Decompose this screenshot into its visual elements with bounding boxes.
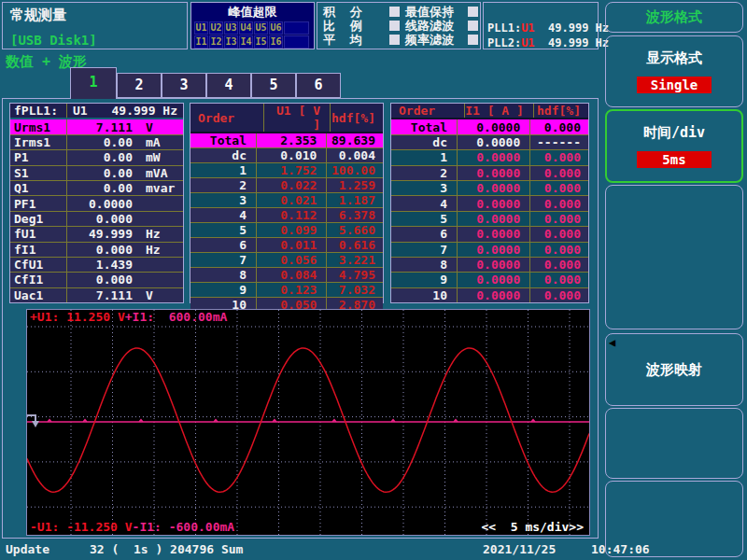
table-row: Q10.00mvar	[10, 181, 183, 196]
tab-6[interactable]: 6	[296, 73, 341, 98]
softkey-显示格式[interactable]: 显示格式Single	[605, 35, 743, 107]
u1-trace	[27, 348, 589, 492]
pll-value: 49.999 Hz	[535, 36, 609, 49]
col-order: Order	[391, 104, 465, 118]
tab-5[interactable]: 5	[251, 73, 296, 98]
pll-box: PLL1:U1 49.999 HzPLL2:U1 49.999 Hz	[483, 2, 599, 49]
toggle-label: 比 例	[323, 19, 362, 33]
peak-cell-u5: U5	[254, 21, 268, 35]
usb-disk-status: [USB Disk1]	[10, 33, 97, 48]
order-cell: 4	[391, 196, 458, 210]
order-cell: 3	[391, 181, 458, 195]
table-row: 60.00000.000	[391, 227, 588, 242]
param-value: 7.111	[67, 120, 136, 134]
param-value: 0.000	[67, 212, 136, 226]
value-cell: 0.0000	[458, 273, 530, 287]
softkey-sidebar: 波形格式 显示格式Single时间/div5ms◀波形映射	[603, 0, 747, 560]
toggle-row: 最值保持	[405, 5, 478, 19]
pll-row-2: PLL2:U1 49.999 Hz	[487, 36, 609, 49]
param-value: 7.111	[67, 288, 136, 302]
order-cell: 1	[190, 163, 257, 177]
param-name: Urms1	[10, 119, 67, 133]
softkey-value-badge: 5ms	[637, 151, 712, 168]
status-bar: Update 32 ( 1s ) 204796 Sum 2021/11/25 1…	[0, 539, 601, 560]
hdf-cell: 4.795	[327, 268, 383, 282]
tab-3[interactable]: 3	[162, 73, 206, 98]
checkbox[interactable]	[468, 7, 478, 17]
checkbox[interactable]	[468, 21, 478, 31]
measure-options-box: 积 分比 例平 均 最值保持线路滤波频率滤波	[317, 2, 481, 49]
param-name: fU1	[10, 227, 67, 241]
param-name: S1	[10, 166, 67, 180]
hdf-cell: 7.032	[327, 283, 383, 297]
hdf-cell: 0.000	[530, 273, 588, 287]
measurement-table: fPLL1:U149.999 HzUrms17.111VIrms10.00mAP…	[9, 103, 184, 303]
fpll-source: U1	[67, 104, 88, 118]
param-unit: V	[136, 288, 183, 302]
table-row: 20.0221.259	[190, 178, 383, 193]
checkbox[interactable]	[389, 7, 400, 17]
param-name: CfI1	[10, 273, 67, 287]
table-row: fI10.000Hz	[10, 243, 183, 258]
fpll-value: 49.999 Hz	[88, 104, 183, 118]
softkey-empty[interactable]	[605, 185, 743, 329]
checkbox[interactable]	[389, 21, 400, 31]
softkey-empty[interactable]	[605, 408, 743, 479]
status-date: 2021/11/25	[483, 542, 556, 556]
value-cell: 0.0000	[458, 196, 530, 210]
table-row: Total0.00000.000	[391, 119, 588, 134]
param-unit: mW	[136, 150, 183, 164]
col-value: U1 [ V ]	[264, 104, 331, 132]
hdf-cell: 0.000	[530, 212, 588, 226]
order-cell: 2	[391, 166, 458, 180]
col-hdf: hdf[%]	[534, 104, 588, 118]
softkey-empty[interactable]	[605, 481, 743, 557]
waveform-display: +U1: 11.250 V+I1: 600.00mA -U1: -11.250 …	[26, 309, 590, 536]
measurement-table-header: fPLL1:U149.999 Hz	[10, 104, 183, 119]
value-cell: 0.021	[257, 193, 327, 207]
table-row: 30.0211.187	[190, 193, 383, 208]
toggle-row: 积 分	[323, 5, 400, 19]
table-row: 80.00000.000	[391, 258, 588, 273]
order-cell: dc	[190, 148, 257, 162]
update-value: 32 ( 1s ) 204796 Sum	[90, 542, 243, 556]
table-row: 20.00000.000	[391, 166, 588, 181]
peak-row-i: I1I2I3I4I5I6	[194, 35, 314, 49]
param-name: Irms1	[10, 135, 67, 149]
checkbox[interactable]	[468, 35, 478, 45]
peak-cell-u3: U3	[224, 21, 238, 35]
param-name: PF1	[10, 196, 67, 210]
param-value: 0.00	[67, 181, 136, 195]
value-cell: 0.0000	[458, 288, 530, 302]
param-value: 0.00	[67, 150, 136, 164]
hdf-cell: 3.221	[327, 253, 383, 267]
checkbox[interactable]	[389, 35, 400, 45]
tab-2[interactable]: 2	[117, 73, 162, 98]
order-cell: 1	[391, 150, 458, 164]
table-row: Uac17.111V	[10, 288, 183, 302]
toggle-row: 线路滤波	[405, 19, 478, 33]
value-cell: 0.056	[257, 253, 327, 267]
toggle-column-left: 积 分比 例平 均	[323, 5, 400, 47]
hdf-cell: 0.000	[530, 288, 588, 302]
trigger-marker-icon	[27, 415, 35, 421]
back-arrow-icon: ◀	[609, 336, 615, 349]
order-cell: 9	[391, 273, 458, 287]
table-row: fU149.999Hz	[10, 227, 183, 242]
tab-1[interactable]: 1	[70, 67, 117, 99]
table-row: P10.00mW	[10, 150, 183, 165]
table-row: 80.0844.795	[190, 268, 383, 283]
peak-cell-i2: I2	[209, 35, 223, 49]
softkey-label: 波形映射	[646, 361, 702, 379]
softkey-时间/div[interactable]: 时间/div5ms	[605, 109, 743, 183]
tab-4[interactable]: 4	[206, 73, 251, 98]
peak-cell-u4: U4	[239, 21, 253, 35]
hdf-cell: 6.378	[327, 208, 383, 222]
hdf-cell: 1.187	[327, 193, 383, 207]
order-cell: 5	[190, 223, 257, 237]
softkey-波形映射[interactable]: ◀波形映射	[605, 333, 743, 406]
value-cell: 0.0000	[458, 258, 530, 272]
value-cell: 0.0000	[458, 119, 530, 133]
value-cell: 0.0000	[458, 166, 530, 180]
value-cell: 0.022	[257, 178, 327, 192]
